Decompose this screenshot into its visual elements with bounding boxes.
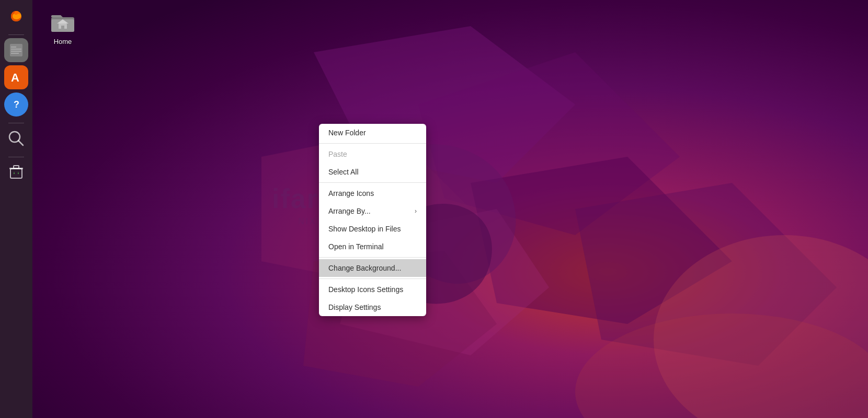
taskbar-help[interactable]: ?	[4, 92, 28, 117]
svg-rect-11	[10, 44, 22, 56]
taskbar: A ?	[0, 0, 32, 418]
menu-item-arrange-icons[interactable]: Arrange Icons	[319, 184, 426, 202]
menu-item-open-terminal[interactable]: Open in Terminal	[319, 238, 426, 256]
svg-rect-12	[11, 47, 16, 48]
svg-rect-13	[11, 49, 21, 50]
menu-item-select-all[interactable]: Select All	[319, 163, 426, 181]
menu-item-change-background[interactable]: Change Background...	[319, 259, 426, 277]
taskbar-files[interactable]	[4, 38, 28, 62]
menu-item-new-folder[interactable]: New Folder	[319, 124, 426, 142]
search-dock-icon	[7, 130, 25, 147]
files-icon	[8, 42, 24, 58]
menu-separator-2	[319, 182, 426, 183]
svg-rect-21	[10, 169, 22, 178]
taskbar-divider-3	[8, 157, 24, 157]
svg-line-20	[18, 141, 23, 145]
menu-item-display-settings[interactable]: Display Settings	[319, 298, 426, 316]
menu-separator-3	[319, 257, 426, 258]
menu-item-desktop-icons-settings[interactable]: Desktop Icons Settings	[319, 281, 426, 298]
svg-rect-14	[11, 51, 21, 52]
desktop-home-icon[interactable]: Home	[42, 9, 84, 45]
taskbar-search[interactable]	[4, 126, 28, 150]
desktop-background	[0, 0, 868, 418]
svg-rect-15	[11, 53, 19, 54]
svg-text:A: A	[11, 71, 19, 84]
arrange-by-arrow: ›	[415, 207, 417, 215]
desktop-overlay	[0, 0, 868, 418]
taskbar-trash[interactable]	[4, 160, 28, 184]
appstore-icon: A	[8, 69, 24, 85]
svg-text:?: ?	[14, 99, 19, 110]
context-menu: New Folder Paste Select All Arrange Icon…	[319, 124, 426, 316]
taskbar-appstore[interactable]: A	[4, 65, 28, 89]
firefox-icon	[7, 7, 26, 26]
svg-rect-23	[14, 166, 19, 168]
home-folder-icon	[50, 9, 76, 36]
trash-icon	[7, 164, 25, 181]
taskbar-firefox[interactable]	[4, 4, 28, 28]
menu-separator-4	[319, 278, 426, 279]
taskbar-divider-2	[8, 123, 24, 123]
home-folder-label: Home	[54, 38, 72, 45]
menu-separator-1	[319, 143, 426, 144]
svg-rect-28	[61, 26, 64, 29]
help-icon: ?	[8, 97, 24, 112]
menu-item-show-desktop[interactable]: Show Desktop in Files	[319, 220, 426, 238]
menu-item-paste[interactable]: Paste	[319, 145, 426, 163]
taskbar-divider-1	[8, 34, 24, 35]
menu-item-arrange-by[interactable]: Arrange By... ›	[319, 202, 426, 220]
